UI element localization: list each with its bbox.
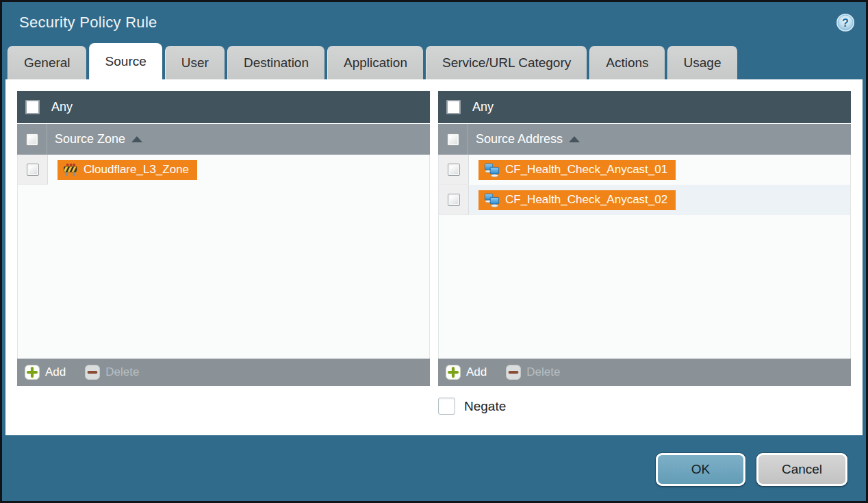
zone-icon — [62, 163, 78, 177]
source-zone-list: Cloudflare_L3_Zone — [17, 155, 430, 359]
help-icon[interactable]: ? — [836, 13, 855, 32]
add-button[interactable]: Add — [446, 365, 487, 380]
delete-label: Delete — [105, 365, 139, 379]
source-zone-column-header[interactable]: Source Zone — [17, 124, 430, 155]
sort-ascending-icon — [569, 136, 580, 142]
source-address-footer: Add Delete — [438, 359, 851, 386]
tab-destination[interactable]: Destination — [227, 46, 324, 79]
security-policy-rule-dialog: Security Policy Rule ? General Source Us… — [0, 0, 868, 503]
svg-text:?: ? — [842, 17, 849, 29]
plus-icon — [446, 365, 461, 380]
sort-ascending-icon — [131, 136, 142, 142]
zone-entry-label: Cloudflare_L3_Zone — [84, 163, 189, 177]
tab-user[interactable]: User — [165, 46, 225, 79]
address-icon — [483, 163, 500, 177]
source-tab-content: Any Source Zone — [5, 79, 863, 435]
address-icon — [483, 193, 500, 207]
row-checkbox[interactable] — [448, 164, 460, 176]
source-address-any-label: Any — [472, 100, 494, 114]
negate-label: Negate — [464, 399, 506, 414]
source-zone-panel: Any Source Zone — [17, 91, 430, 386]
plus-icon — [25, 365, 40, 380]
row-checkbox[interactable] — [27, 164, 39, 176]
tab-source[interactable]: Source — [89, 43, 162, 79]
source-address-select-all-checkbox[interactable] — [447, 133, 459, 146]
source-zone-column-label: Source Zone — [47, 132, 125, 146]
address-entry-label: CF_Health_Check_Anycast_02 — [505, 193, 667, 207]
source-address-column-label: Source Address — [468, 132, 563, 146]
delete-button: Delete — [506, 365, 560, 380]
add-button[interactable]: Add — [25, 365, 66, 380]
list-item: Cloudflare_L3_Zone — [18, 155, 429, 185]
source-address-column-header[interactable]: Source Address — [438, 124, 851, 155]
source-address-list: CF_Health_Check_Anycast_01 — [438, 155, 851, 359]
delete-button: Delete — [85, 365, 139, 380]
tab-actions[interactable]: Actions — [589, 46, 664, 79]
row-checkbox[interactable] — [448, 194, 460, 206]
negate-control: Negate — [438, 398, 851, 415]
minus-icon — [506, 365, 521, 380]
cancel-button[interactable]: Cancel — [756, 453, 847, 486]
tab-service-url-category[interactable]: Service/URL Category — [426, 46, 587, 79]
dialog-footer: OK Cancel — [2, 435, 866, 501]
source-zone-entry[interactable]: Cloudflare_L3_Zone — [58, 160, 197, 180]
negate-checkbox[interactable] — [438, 398, 455, 415]
source-zone-any-header: Any — [17, 91, 430, 123]
source-address-any-header: Any — [438, 91, 851, 123]
source-address-panel: Any Source Address — [438, 91, 851, 386]
address-entry-label: CF_Health_Check_Anycast_01 — [505, 163, 667, 177]
source-address-any-checkbox[interactable] — [446, 100, 461, 114]
source-zone-any-label: Any — [51, 100, 73, 114]
tab-bar: General Source User Destination Applicat… — [2, 43, 866, 79]
add-label: Add — [45, 365, 66, 379]
source-address-entry[interactable]: CF_Health_Check_Anycast_01 — [478, 160, 676, 180]
ok-button[interactable]: OK — [656, 453, 745, 486]
list-item: CF_Health_Check_Anycast_02 — [439, 185, 850, 215]
tab-application[interactable]: Application — [327, 46, 423, 79]
source-zone-any-checkbox[interactable] — [25, 100, 40, 114]
delete-label: Delete — [526, 365, 560, 379]
add-label: Add — [466, 365, 487, 379]
dialog-title: Security Policy Rule — [19, 14, 157, 31]
titlebar: Security Policy Rule ? — [2, 2, 866, 43]
tab-general[interactable]: General — [8, 46, 86, 79]
source-zone-footer: Add Delete — [17, 359, 430, 386]
source-address-entry[interactable]: CF_Health_Check_Anycast_02 — [478, 190, 676, 210]
list-item: CF_Health_Check_Anycast_01 — [439, 155, 850, 185]
tab-usage[interactable]: Usage — [667, 46, 737, 79]
minus-icon — [85, 365, 100, 380]
source-zone-select-all-checkbox[interactable] — [26, 133, 38, 146]
